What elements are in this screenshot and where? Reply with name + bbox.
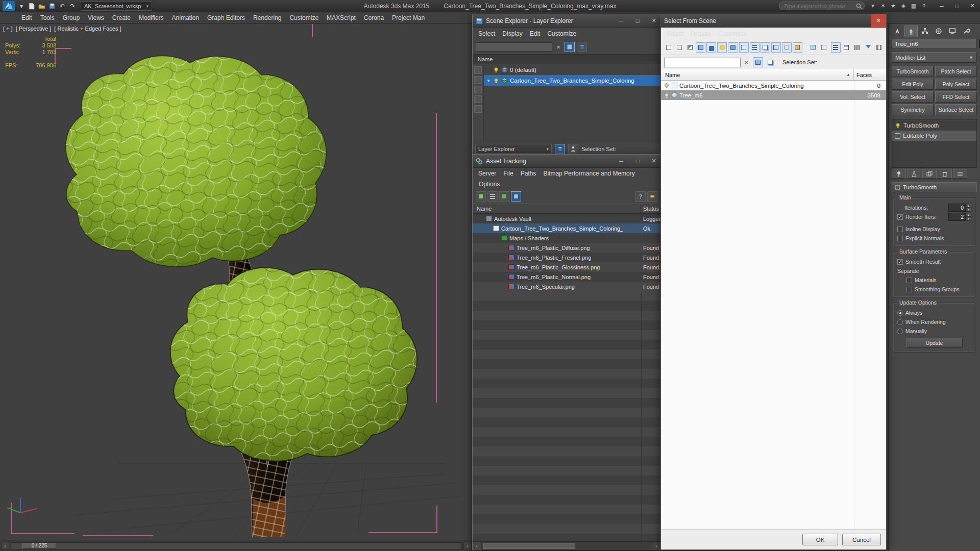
make-unique-icon[interactable] xyxy=(922,169,937,179)
asset-tracking-titlebar[interactable]: Asset Tracking ─ □ ✕ xyxy=(473,155,660,168)
select-from-scene-titlebar[interactable]: Select From Scene ✕ xyxy=(661,14,886,28)
open-file-icon[interactable] xyxy=(37,2,47,11)
scene-explorer-maximize-button[interactable]: □ xyxy=(631,14,644,27)
render-iters-value[interactable]: 2 xyxy=(948,213,966,221)
turbosmooth-rollout-header[interactable]: - TurboSmooth xyxy=(892,182,977,192)
select-set-layers-icon[interactable] xyxy=(765,57,775,67)
display-xrefs-icon[interactable] xyxy=(771,42,781,53)
display-all-icon[interactable] xyxy=(664,42,673,53)
display-bones-icon[interactable] xyxy=(782,42,792,53)
display-cameras-icon[interactable] xyxy=(728,42,738,53)
at-menu-bitmap-performance[interactable]: Bitmap Performance and Memory xyxy=(540,169,638,178)
modifier-list-dropdown[interactable]: Modifier List ▼ xyxy=(892,52,977,63)
display-helpers-icon[interactable] xyxy=(739,42,749,53)
viewport-general-menu[interactable]: [ + ] xyxy=(3,26,13,32)
layer-name[interactable]: 0 (default) xyxy=(510,67,536,73)
spin-up-icon[interactable]: ▲ xyxy=(966,213,971,217)
modify-tab-icon[interactable] xyxy=(904,26,918,37)
when-rendering-radio[interactable] xyxy=(897,319,903,325)
at-menu-file[interactable]: File xyxy=(500,169,517,178)
display-lights-icon[interactable] xyxy=(717,42,727,53)
clear-search-icon[interactable]: ✕ xyxy=(554,43,562,51)
sfs-search-input[interactable] xyxy=(664,58,741,67)
spin-down-icon[interactable]: ▼ xyxy=(966,217,971,221)
object-row[interactable]: Cartoon_Tree_Two_Branches_Simple_Colorin… xyxy=(661,81,886,90)
object-row-selected[interactable]: Tree_m6 3508 xyxy=(661,90,886,100)
render-iters-spinner[interactable]: 2 ▲ ▼ xyxy=(948,213,971,221)
symmetry-button[interactable]: Symmetry xyxy=(892,104,934,115)
sfs-menu-select[interactable]: Select xyxy=(663,29,687,38)
search-input[interactable] xyxy=(783,3,856,9)
smoothing-groups-checkbox[interactable] xyxy=(906,287,912,292)
object-name-field[interactable] xyxy=(892,39,976,49)
sfs-name-column-header[interactable]: Name ▲ xyxy=(661,69,854,80)
smooth-result-checkbox[interactable]: ✓ xyxy=(897,259,903,265)
timeline-track[interactable]: 0 / 225 xyxy=(11,542,462,549)
timeline-next-button[interactable]: › xyxy=(463,542,472,550)
app-menu-arrow-icon[interactable]: ▾ xyxy=(16,2,27,11)
configure-modifier-sets-icon[interactable] xyxy=(953,169,967,179)
viewport-pov-menu[interactable]: [ Perspective ] xyxy=(16,26,52,32)
hierarchy-tab-icon[interactable] xyxy=(918,26,932,37)
select-from-scene-close-button[interactable]: ✕ xyxy=(871,14,886,27)
vol-select-button[interactable]: Vol. Select xyxy=(892,91,934,103)
layer-visibility-bulb-icon[interactable] xyxy=(493,67,499,73)
asset-tracking-maximize-button[interactable]: □ xyxy=(631,155,644,167)
column-chooser-icon[interactable] xyxy=(874,42,884,53)
table-row[interactable]: Tree_m6_Plastic_Diffuse.png Found xyxy=(473,243,660,253)
create-tab-icon[interactable] xyxy=(891,26,904,37)
infocenter-dropdown-icon[interactable]: ▾ xyxy=(868,2,878,11)
poly-select-button[interactable]: Poly Select xyxy=(935,79,977,90)
modifier-name[interactable]: TurboSmooth xyxy=(903,122,939,129)
viewport-shading-menu[interactable]: [ Realistic + Edged Faces ] xyxy=(54,26,121,32)
display-shapes-icon[interactable] xyxy=(706,42,716,53)
asset-table-hscrollbar[interactable]: ‹ › xyxy=(473,541,660,550)
menu-graph-editors[interactable]: Graph Editors xyxy=(203,13,249,23)
object-name[interactable]: Cartoon_Tree_Two_Branches_Simple_Colorin… xyxy=(679,83,804,89)
cancel-button[interactable]: Cancel xyxy=(842,534,881,545)
scroll-right-icon[interactable]: › xyxy=(652,542,660,550)
expand-arrow-icon[interactable]: ▾ xyxy=(486,78,491,83)
scene-explorer-minimize-button[interactable]: ─ xyxy=(615,14,628,27)
patch-select-button[interactable]: Patch Select xyxy=(935,66,977,77)
at-menu-options[interactable]: Options xyxy=(475,179,504,189)
modifier-bulb-icon[interactable] xyxy=(895,122,901,129)
tile-view-icon[interactable] xyxy=(852,42,862,53)
exchange-apps-icon[interactable]: ▦ xyxy=(909,2,919,11)
scene-explorer-titlebar[interactable]: Scene Explorer - Layer Explorer ─ □ ✕ xyxy=(473,14,660,28)
explicit-normals-checkbox[interactable] xyxy=(897,236,903,241)
menu-edit[interactable]: Edit xyxy=(17,13,36,23)
at-menu-paths[interactable]: Paths xyxy=(517,169,540,178)
display-spacewarps-icon[interactable] xyxy=(750,42,760,53)
spin-down-icon[interactable]: ▼ xyxy=(966,208,971,212)
turbosmooth-button[interactable]: TurboSmooth xyxy=(892,66,934,77)
menu-views[interactable]: Views xyxy=(84,13,108,23)
lock-cell-editing-icon[interactable] xyxy=(474,66,482,74)
ffd-select-button[interactable]: FFD Select xyxy=(935,91,977,103)
render-iters-checkbox[interactable]: ✓ xyxy=(897,214,903,220)
at-name-column-header[interactable]: Name xyxy=(473,204,641,213)
display-invert-icon[interactable] xyxy=(685,42,695,53)
scene-explorer-column-header[interactable]: Name xyxy=(473,54,660,64)
timeline-prev-button[interactable]: ‹ xyxy=(1,542,9,550)
menu-group[interactable]: Group xyxy=(59,13,84,23)
se-menu-customize[interactable]: Customize xyxy=(544,29,580,38)
detail-view-icon[interactable] xyxy=(511,191,521,202)
new-scene-icon[interactable] xyxy=(27,2,37,11)
sync-selection-icon[interactable] xyxy=(474,76,482,84)
iterations-value[interactable]: 0 xyxy=(948,204,966,212)
manually-radio[interactable] xyxy=(897,329,903,334)
help-mode-icon[interactable]: ? xyxy=(635,191,646,202)
collapse-all-icon[interactable] xyxy=(474,95,482,103)
se-menu-edit[interactable]: Edit xyxy=(526,29,544,38)
table-row[interactable]: Tree_m6_Plastic_Glossiness.png Found xyxy=(473,262,660,272)
maximize-button[interactable]: □ xyxy=(949,0,965,12)
sfs-menu-customize[interactable]: Customize xyxy=(715,29,751,38)
edit-poly-button[interactable]: Edit Poly xyxy=(892,79,934,90)
display-tab-icon[interactable] xyxy=(946,26,959,37)
menu-corona[interactable]: Corona xyxy=(360,13,388,23)
table-row[interactable]: Cartoon_Tree_Two_Branches_Simple_Colorin… xyxy=(473,223,660,233)
table-view-icon[interactable] xyxy=(499,191,509,202)
always-radio[interactable] xyxy=(897,310,903,316)
create-new-layer-icon[interactable] xyxy=(577,42,587,52)
